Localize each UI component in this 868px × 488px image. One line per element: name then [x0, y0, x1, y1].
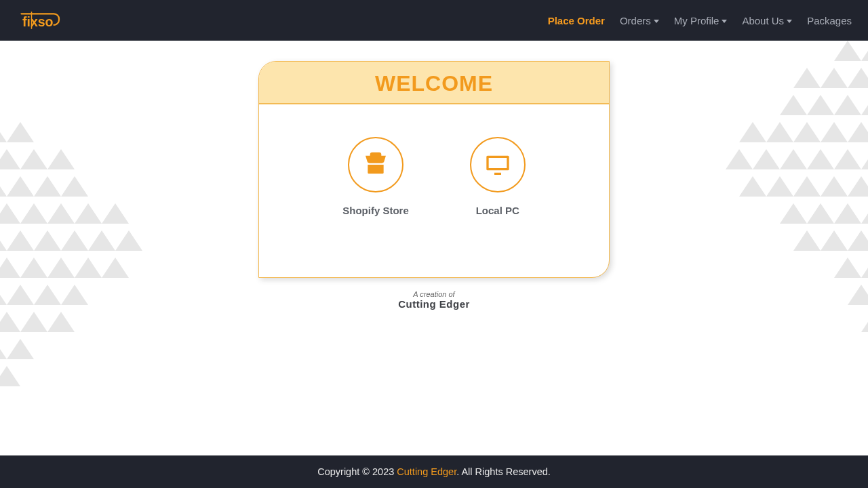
chevron-down-icon — [787, 20, 792, 23]
monitor-icon — [470, 137, 526, 192]
footer-prefix: Copyright © 2023 — [317, 466, 397, 477]
nav-about-us-label: About Us — [742, 15, 784, 26]
chevron-down-icon — [722, 20, 727, 23]
nav-orders[interactable]: Orders — [620, 15, 659, 26]
footer-text: Copyright © 2023 Cutting Edger. All Righ… — [317, 466, 551, 477]
nav-packages[interactable]: Packages — [807, 15, 852, 26]
nav-orders-label: Orders — [620, 15, 651, 26]
card-header: WELCOME — [259, 62, 609, 104]
footer-suffix: . All Rights Reserved. — [456, 466, 551, 477]
footer: Copyright © 2023 Cutting Edger. All Righ… — [0, 455, 868, 488]
option-label: Shopify Store — [342, 205, 409, 216]
chevron-down-icon — [654, 20, 659, 23]
nav-place-order[interactable]: Place Order — [548, 15, 605, 26]
footer-brand-link[interactable]: Cutting Edger — [397, 466, 456, 477]
credit-subtitle: A creation of — [398, 290, 470, 298]
option-local-pc[interactable]: Local PC — [470, 137, 526, 216]
nav-about-us[interactable]: About Us — [742, 15, 792, 26]
option-shopify-store[interactable]: Shopify Store — [342, 137, 409, 216]
svg-marker-43 — [0, 339, 7, 359]
svg-marker-46 — [0, 366, 20, 386]
header: fixso Place Order Orders My Profile Abou… — [0, 0, 868, 41]
credit-brand: Cutting Edger — [398, 298, 470, 310]
option-label: Local PC — [476, 205, 519, 216]
shopify-store-icon — [348, 137, 403, 192]
credit-block: A creation of Cutting Edger — [398, 290, 470, 310]
brand-logo[interactable]: fixso — [16, 9, 77, 31]
card-title: WELCOME — [259, 71, 609, 96]
svg-marker-41 — [47, 312, 75, 332]
svg-marker-39 — [0, 312, 20, 332]
svg-marker-93 — [861, 312, 868, 332]
welcome-card: WELCOME Shopify Store Local PC — [258, 61, 610, 278]
main-content: WELCOME Shopify Store Local PC A creatio… — [0, 41, 868, 310]
svg-marker-40 — [20, 312, 47, 332]
svg-text:fixso: fixso — [22, 14, 54, 29]
top-nav: Place Order Orders My Profile About Us P… — [548, 15, 852, 26]
nav-my-profile-label: My Profile — [674, 15, 719, 26]
nav-my-profile[interactable]: My Profile — [674, 15, 728, 26]
svg-marker-44 — [7, 339, 34, 359]
card-body: Shopify Store Local PC — [259, 104, 609, 277]
